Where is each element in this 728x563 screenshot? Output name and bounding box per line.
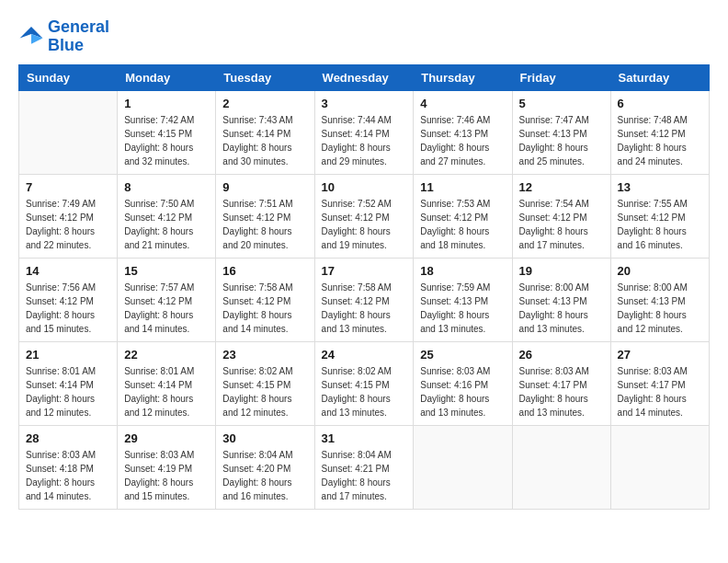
- day-info: Sunrise: 7:42 AM Sunset: 4:15 PM Dayligh…: [124, 113, 209, 168]
- day-number: 26: [519, 348, 604, 362]
- day-number: 24: [322, 348, 407, 362]
- day-number: 17: [322, 264, 407, 278]
- calendar-cell: 11Sunrise: 7:53 AM Sunset: 4:12 PM Dayli…: [414, 174, 512, 258]
- day-info: Sunrise: 7:52 AM Sunset: 4:12 PM Dayligh…: [322, 197, 407, 252]
- calendar-cell: 1Sunrise: 7:42 AM Sunset: 4:15 PM Daylig…: [118, 90, 216, 174]
- calendar-week-row: 14Sunrise: 7:56 AM Sunset: 4:12 PM Dayli…: [19, 258, 710, 341]
- day-info: Sunrise: 8:03 AM Sunset: 4:16 PM Dayligh…: [420, 364, 505, 419]
- day-info: Sunrise: 7:51 AM Sunset: 4:12 PM Dayligh…: [222, 197, 307, 252]
- day-info: Sunrise: 8:02 AM Sunset: 4:15 PM Dayligh…: [222, 364, 307, 419]
- calendar-cell: 12Sunrise: 7:54 AM Sunset: 4:12 PM Dayli…: [512, 174, 610, 258]
- calendar-cell: 14Sunrise: 7:56 AM Sunset: 4:12 PM Dayli…: [19, 258, 118, 341]
- day-info: Sunrise: 7:50 AM Sunset: 4:12 PM Dayligh…: [124, 197, 209, 252]
- calendar-week-row: 28Sunrise: 8:03 AM Sunset: 4:18 PM Dayli…: [19, 425, 710, 509]
- day-number: 11: [420, 180, 505, 194]
- day-info: Sunrise: 8:00 AM Sunset: 4:13 PM Dayligh…: [519, 281, 604, 336]
- calendar-cell: 5Sunrise: 7:47 AM Sunset: 4:13 PM Daylig…: [512, 90, 610, 174]
- calendar-table: SundayMondayTuesdayWednesdayThursdayFrid…: [18, 64, 710, 510]
- day-info: Sunrise: 7:44 AM Sunset: 4:14 PM Dayligh…: [322, 113, 407, 168]
- calendar-cell: 20Sunrise: 8:00 AM Sunset: 4:13 PM Dayli…: [610, 258, 709, 341]
- day-number: 15: [124, 264, 209, 278]
- logo-text: General Blue: [48, 18, 109, 55]
- day-number: 3: [322, 97, 407, 110]
- calendar-cell: 4Sunrise: 7:46 AM Sunset: 4:13 PM Daylig…: [414, 90, 512, 174]
- day-number: 27: [618, 348, 702, 362]
- day-number: 6: [618, 97, 702, 110]
- day-number: 8: [124, 180, 209, 194]
- calendar-cell: 15Sunrise: 7:57 AM Sunset: 4:12 PM Dayli…: [118, 258, 216, 341]
- day-info: Sunrise: 8:04 AM Sunset: 4:20 PM Dayligh…: [222, 448, 307, 503]
- logo-bird-icon: [18, 24, 44, 50]
- day-number: 14: [26, 264, 110, 278]
- calendar-cell: 23Sunrise: 8:02 AM Sunset: 4:15 PM Dayli…: [216, 341, 314, 425]
- calendar-cell: 6Sunrise: 7:48 AM Sunset: 4:12 PM Daylig…: [610, 90, 709, 174]
- day-number: 2: [222, 97, 307, 110]
- calendar-cell: 2Sunrise: 7:43 AM Sunset: 4:14 PM Daylig…: [216, 90, 314, 174]
- day-info: Sunrise: 7:46 AM Sunset: 4:13 PM Dayligh…: [420, 113, 505, 168]
- day-number: 29: [124, 431, 209, 445]
- calendar-cell: [414, 425, 512, 509]
- weekday-header: Tuesday: [216, 64, 314, 90]
- day-info: Sunrise: 7:43 AM Sunset: 4:14 PM Dayligh…: [222, 113, 307, 168]
- calendar-cell: 17Sunrise: 7:58 AM Sunset: 4:12 PM Dayli…: [314, 258, 414, 341]
- day-info: Sunrise: 7:53 AM Sunset: 4:12 PM Dayligh…: [420, 197, 505, 252]
- day-number: 4: [420, 97, 505, 110]
- day-number: 22: [124, 348, 209, 362]
- calendar-cell: 9Sunrise: 7:51 AM Sunset: 4:12 PM Daylig…: [216, 174, 314, 258]
- calendar-cell: 19Sunrise: 8:00 AM Sunset: 4:13 PM Dayli…: [512, 258, 610, 341]
- day-number: 25: [420, 348, 505, 362]
- calendar-cell: 8Sunrise: 7:50 AM Sunset: 4:12 PM Daylig…: [118, 174, 216, 258]
- day-number: 20: [618, 264, 702, 278]
- day-number: 9: [222, 180, 307, 194]
- day-info: Sunrise: 7:56 AM Sunset: 4:12 PM Dayligh…: [26, 281, 110, 336]
- day-number: 5: [519, 97, 604, 110]
- calendar-cell: 26Sunrise: 8:03 AM Sunset: 4:17 PM Dayli…: [512, 341, 610, 425]
- calendar-cell: 29Sunrise: 8:03 AM Sunset: 4:19 PM Dayli…: [118, 425, 216, 509]
- day-info: Sunrise: 7:58 AM Sunset: 4:12 PM Dayligh…: [322, 281, 407, 336]
- calendar-cell: 18Sunrise: 7:59 AM Sunset: 4:13 PM Dayli…: [414, 258, 512, 341]
- day-number: 23: [222, 348, 307, 362]
- calendar-cell: 22Sunrise: 8:01 AM Sunset: 4:14 PM Dayli…: [118, 341, 216, 425]
- calendar-cell: 16Sunrise: 7:58 AM Sunset: 4:12 PM Dayli…: [216, 258, 314, 341]
- day-number: 16: [222, 264, 307, 278]
- day-number: 18: [420, 264, 505, 278]
- day-number: 1: [124, 97, 209, 110]
- weekday-header: Sunday: [19, 64, 118, 90]
- day-number: 28: [26, 431, 110, 445]
- weekday-header: Friday: [512, 64, 610, 90]
- day-info: Sunrise: 7:48 AM Sunset: 4:12 PM Dayligh…: [618, 113, 702, 168]
- calendar-cell: 24Sunrise: 8:02 AM Sunset: 4:15 PM Dayli…: [314, 341, 414, 425]
- calendar-week-row: 1Sunrise: 7:42 AM Sunset: 4:15 PM Daylig…: [19, 90, 710, 174]
- calendar-cell: 31Sunrise: 8:04 AM Sunset: 4:21 PM Dayli…: [314, 425, 414, 509]
- calendar-week-row: 21Sunrise: 8:01 AM Sunset: 4:14 PM Dayli…: [19, 341, 710, 425]
- day-number: 13: [618, 180, 702, 194]
- calendar-cell: 21Sunrise: 8:01 AM Sunset: 4:14 PM Dayli…: [19, 341, 118, 425]
- day-info: Sunrise: 8:04 AM Sunset: 4:21 PM Dayligh…: [322, 448, 407, 503]
- calendar-cell: 7Sunrise: 7:49 AM Sunset: 4:12 PM Daylig…: [19, 174, 118, 258]
- day-number: 31: [322, 431, 407, 445]
- day-info: Sunrise: 8:02 AM Sunset: 4:15 PM Dayligh…: [322, 364, 407, 419]
- calendar-cell: 28Sunrise: 8:03 AM Sunset: 4:18 PM Dayli…: [19, 425, 118, 509]
- day-info: Sunrise: 7:55 AM Sunset: 4:12 PM Dayligh…: [618, 197, 702, 252]
- day-info: Sunrise: 8:00 AM Sunset: 4:13 PM Dayligh…: [618, 281, 702, 336]
- day-info: Sunrise: 7:57 AM Sunset: 4:12 PM Dayligh…: [124, 281, 209, 336]
- day-info: Sunrise: 7:54 AM Sunset: 4:12 PM Dayligh…: [519, 197, 604, 252]
- day-info: Sunrise: 8:03 AM Sunset: 4:19 PM Dayligh…: [124, 448, 209, 503]
- calendar-cell: 27Sunrise: 8:03 AM Sunset: 4:17 PM Dayli…: [610, 341, 709, 425]
- day-info: Sunrise: 8:03 AM Sunset: 4:17 PM Dayligh…: [618, 364, 702, 419]
- day-info: Sunrise: 7:59 AM Sunset: 4:13 PM Dayligh…: [420, 281, 505, 336]
- calendar-cell: 13Sunrise: 7:55 AM Sunset: 4:12 PM Dayli…: [610, 174, 709, 258]
- calendar-week-row: 7Sunrise: 7:49 AM Sunset: 4:12 PM Daylig…: [19, 174, 710, 258]
- day-number: 10: [322, 180, 407, 194]
- day-info: Sunrise: 8:03 AM Sunset: 4:17 PM Dayligh…: [519, 364, 604, 419]
- calendar-cell: [610, 425, 709, 509]
- day-info: Sunrise: 7:49 AM Sunset: 4:12 PM Dayligh…: [26, 197, 110, 252]
- weekday-header: Thursday: [414, 64, 512, 90]
- weekday-header: Saturday: [610, 64, 709, 90]
- calendar-cell: 25Sunrise: 8:03 AM Sunset: 4:16 PM Dayli…: [414, 341, 512, 425]
- day-info: Sunrise: 8:01 AM Sunset: 4:14 PM Dayligh…: [26, 364, 110, 419]
- day-number: 21: [26, 348, 110, 362]
- weekday-header: Wednesday: [314, 64, 414, 90]
- calendar-cell: 3Sunrise: 7:44 AM Sunset: 4:14 PM Daylig…: [314, 90, 414, 174]
- day-info: Sunrise: 7:58 AM Sunset: 4:12 PM Dayligh…: [222, 281, 307, 336]
